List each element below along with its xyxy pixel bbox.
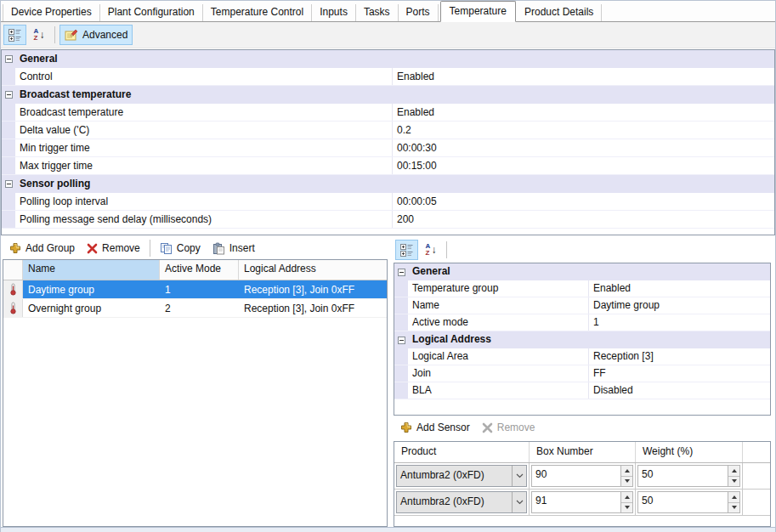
category-general[interactable]: General <box>394 263 770 280</box>
spin-up-button[interactable] <box>621 492 632 503</box>
box-number-value: 91 <box>532 492 620 512</box>
product-selected-value: Antumbra2 (0xFD) <box>397 466 512 486</box>
column-header-logical-address[interactable]: Logical Address <box>239 260 387 280</box>
box-number-stepper[interactable]: 91 <box>531 491 633 513</box>
spin-down-button[interactable] <box>728 477 739 487</box>
cell-logical-address: Reception [3], Join 0xFF <box>239 299 387 317</box>
category-sensor-polling[interactable]: Sensor polling <box>2 175 774 193</box>
property-row-logical-area[interactable]: Logical Area Reception [3] <box>394 348 770 365</box>
property-row-max-trigger-time[interactable]: Max trigger time 00:15:00 <box>2 157 774 175</box>
sensor-row-2: Antumbra2 (0xFD) 91 <box>394 490 770 516</box>
category-broadcast-temperature[interactable]: Broadcast temperature <box>2 86 774 104</box>
group-details-property-grid: General Temperature group Enabled Name D… <box>394 263 771 416</box>
collapse-icon[interactable] <box>398 337 405 344</box>
sort-alphabetical-icon: AZ ↓ <box>426 243 437 257</box>
column-header-empty <box>743 442 770 462</box>
categorized-view-icon <box>8 29 21 42</box>
property-row-temperature-group[interactable]: Temperature group Enabled <box>394 280 770 297</box>
table-row-daytime-group[interactable]: Daytime group 1 Reception [3], Join 0xFF <box>3 280 387 299</box>
product-select[interactable]: Antumbra2 (0xFD) <box>396 465 527 487</box>
property-value[interactable]: Daytime group <box>588 297 770 314</box>
property-row-active-mode[interactable]: Active mode 1 <box>394 314 770 331</box>
property-row-min-trigger-time[interactable]: Min trigger time 00:00:30 <box>2 139 774 157</box>
property-row-polling-message-delay[interactable]: Polling message send delay (milliseconds… <box>2 211 774 229</box>
property-row-control[interactable]: Control Enabled <box>2 68 774 86</box>
table-row-overnight-group[interactable]: Overnight group 2 Reception [3], Join 0x… <box>3 299 387 318</box>
property-value[interactable]: Enabled <box>392 104 774 121</box>
sort-alphabetical-icon: AZ ↓ <box>34 28 45 42</box>
window-bottom-edge <box>1 527 775 532</box>
property-value[interactable]: Enabled <box>392 68 774 85</box>
collapse-icon[interactable] <box>5 55 13 63</box>
tab-tasks[interactable]: Tasks <box>356 4 399 21</box>
tab-temperature-control[interactable]: Temperature Control <box>203 4 312 21</box>
weight-stepper[interactable]: 50 <box>637 491 740 513</box>
property-row-broadcast-temperature[interactable]: Broadcast temperature Enabled <box>2 104 774 122</box>
panel-splitter[interactable] <box>388 237 394 527</box>
device-editor-window: Device Properties Plant Configuration Te… <box>0 0 776 532</box>
dropdown-button[interactable] <box>512 492 526 512</box>
property-row-name[interactable]: Name Daytime group <box>394 297 770 314</box>
property-value[interactable]: Reception [3] <box>588 348 770 365</box>
remove-group-button[interactable]: Remove <box>82 238 145 258</box>
category-logical-address[interactable]: Logical Address <box>394 331 770 348</box>
tab-plant-configuration[interactable]: Plant Configuration <box>100 4 203 21</box>
property-value[interactable]: Enabled <box>588 280 770 297</box>
collapse-icon[interactable] <box>398 269 405 276</box>
spin-down-button[interactable] <box>621 503 632 513</box>
spin-up-button[interactable] <box>728 466 739 477</box>
tab-device-properties[interactable]: Device Properties <box>3 4 100 21</box>
property-name: Join <box>408 365 588 382</box>
property-value[interactable]: 00:00:30 <box>392 139 774 156</box>
spin-down-button[interactable] <box>621 477 632 487</box>
category-general[interactable]: General <box>2 50 774 68</box>
property-value[interactable]: FF <box>588 365 770 382</box>
tab-product-details[interactable]: Product Details <box>517 4 602 21</box>
copy-group-button[interactable]: Copy <box>155 238 206 258</box>
spin-down-button[interactable] <box>728 503 739 513</box>
add-group-button[interactable]: Add Group <box>4 238 80 258</box>
property-value[interactable]: 00:15:00 <box>392 157 774 174</box>
cell-logical-address: Reception [3], Join 0xFF <box>239 280 387 298</box>
dropdown-button[interactable] <box>512 466 526 486</box>
column-header-name[interactable]: Name <box>23 260 160 280</box>
collapse-icon[interactable] <box>5 180 13 188</box>
property-value[interactable]: 200 <box>392 211 774 228</box>
details-categorized-view-button[interactable] <box>395 240 418 260</box>
property-value[interactable]: 00:00:05 <box>392 193 774 210</box>
add-sensor-button[interactable]: Add Sensor <box>395 417 475 438</box>
weight-stepper[interactable]: 50 <box>637 465 740 487</box>
tab-ports[interactable]: Ports <box>399 4 439 21</box>
add-sensor-label: Add Sensor <box>416 422 470 433</box>
column-header-box-number[interactable]: Box Number <box>530 442 636 462</box>
category-label: General <box>408 263 770 280</box>
property-value[interactable]: Disabled <box>588 382 770 399</box>
property-value[interactable]: 0.2 <box>392 122 774 139</box>
spin-up-button[interactable] <box>621 466 632 477</box>
spin-up-button[interactable] <box>728 492 739 503</box>
column-header-weight[interactable]: Weight (%) <box>636 442 743 462</box>
sensors-table-header: Product Box Number Weight (%) <box>394 442 770 463</box>
column-header-active-mode[interactable]: Active Mode <box>160 260 239 280</box>
insert-group-button[interactable]: Insert <box>207 238 260 258</box>
main-toolbar: AZ ↓ Advanced <box>1 22 775 48</box>
sort-alphabetical-button[interactable]: AZ ↓ <box>28 25 50 45</box>
property-row-delta-value[interactable]: Delta value ('C) 0.2 <box>2 122 774 139</box>
remove-sensor-button[interactable]: Remove <box>477 417 541 438</box>
property-row-join[interactable]: Join FF <box>394 365 770 382</box>
product-select[interactable]: Antumbra2 (0xFD) <box>396 491 527 513</box>
column-header-product[interactable]: Product <box>394 442 530 462</box>
property-value[interactable]: 1 <box>588 314 770 331</box>
remove-sensor-label: Remove <box>497 422 535 433</box>
tab-inputs[interactable]: Inputs <box>312 4 356 21</box>
property-row-bla[interactable]: BLA Disabled <box>394 382 770 399</box>
property-name: Name <box>408 297 588 314</box>
details-sort-alphabetical-button[interactable]: AZ ↓ <box>420 240 442 260</box>
collapse-icon[interactable] <box>5 91 13 99</box>
tab-temperature[interactable]: Temperature <box>440 1 516 22</box>
property-row-polling-loop-interval[interactable]: Polling loop interval 00:00:05 <box>2 193 774 211</box>
advanced-toggle-button[interactable]: Advanced <box>59 25 133 45</box>
categorized-view-button[interactable] <box>3 25 26 45</box>
box-number-stepper[interactable]: 90 <box>531 465 633 487</box>
chevron-down-icon <box>516 473 524 478</box>
